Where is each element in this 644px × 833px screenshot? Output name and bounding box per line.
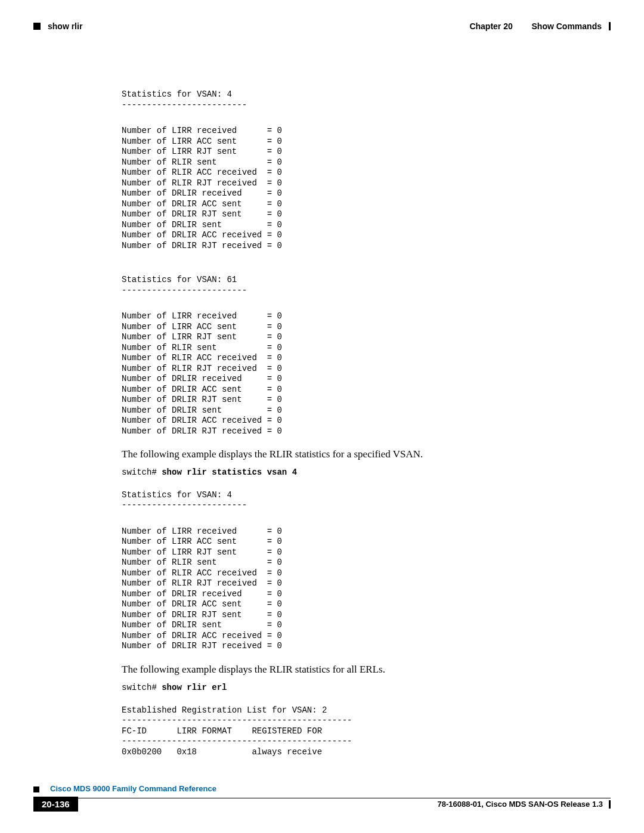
footer-marker-icon xyxy=(33,786,39,792)
para-all-erls: The following example displays the RLIR … xyxy=(122,662,611,677)
stats-vsan-61-header: Statistics for VSAN: 61 ----------------… xyxy=(122,275,611,296)
header-vbar-icon xyxy=(609,22,611,30)
command-text-2: show rlir erl xyxy=(162,683,227,692)
footer-release: 78-16088-01, Cisco MDS SAN-OS Release 1.… xyxy=(438,800,603,809)
header-title: Show Commands xyxy=(532,21,602,31)
prompt-prefix: switch# xyxy=(122,467,162,477)
spacer xyxy=(122,515,611,523)
spacer xyxy=(122,696,611,702)
command-line-1: switch# show rlir statistics vsan 4 xyxy=(122,467,611,477)
stats-vsan-4b-body: Number of LIRR received = 0 Number of LI… xyxy=(122,527,611,652)
erl-block: Established Registration List for VSAN: … xyxy=(122,705,611,758)
prompt-prefix: switch# xyxy=(122,683,162,692)
footer-vbar-icon xyxy=(609,800,611,809)
header-right: Chapter 20 Show Commands xyxy=(469,21,611,31)
command-text-1: show rlir statistics vsan 4 xyxy=(162,467,297,477)
spacer xyxy=(122,255,611,271)
command-line-2: switch# show rlir erl xyxy=(122,683,611,692)
header-chapter: Chapter 20 xyxy=(469,21,512,31)
page-header: show rlir Chapter 20 Show Commands xyxy=(33,21,611,31)
page-footer: Cisco MDS 9000 Family Command Reference … xyxy=(33,784,611,812)
para-specified-vsan: The following example displays the RLIR … xyxy=(122,447,611,462)
stats-vsan-61-body: Number of LIRR received = 0 Number of LI… xyxy=(122,311,611,436)
stats-vsan-4-body: Number of LIRR received = 0 Number of LI… xyxy=(122,126,611,251)
footer-bottom: 20-136 78-16088-01, Cisco MDS SAN-OS Rel… xyxy=(33,797,611,812)
spacer xyxy=(122,114,611,122)
header-marker-icon xyxy=(33,23,41,30)
header-left-label: show rlir xyxy=(48,21,82,31)
stats-vsan-4b-header: Statistics for VSAN: 4 -----------------… xyxy=(122,490,611,511)
footer-title: Cisco MDS 9000 Family Command Reference xyxy=(50,784,216,793)
main-content: Statistics for VSAN: 4 -----------------… xyxy=(122,89,611,761)
footer-top: Cisco MDS 9000 Family Command Reference xyxy=(33,784,611,797)
spacer xyxy=(122,481,611,487)
footer-right: 78-16088-01, Cisco MDS SAN-OS Release 1.… xyxy=(438,800,611,809)
stats-vsan-4-header: Statistics for VSAN: 4 -----------------… xyxy=(122,89,611,110)
header-left: show rlir xyxy=(33,21,82,31)
spacer xyxy=(122,299,611,308)
page-number-badge: 20-136 xyxy=(33,797,78,812)
